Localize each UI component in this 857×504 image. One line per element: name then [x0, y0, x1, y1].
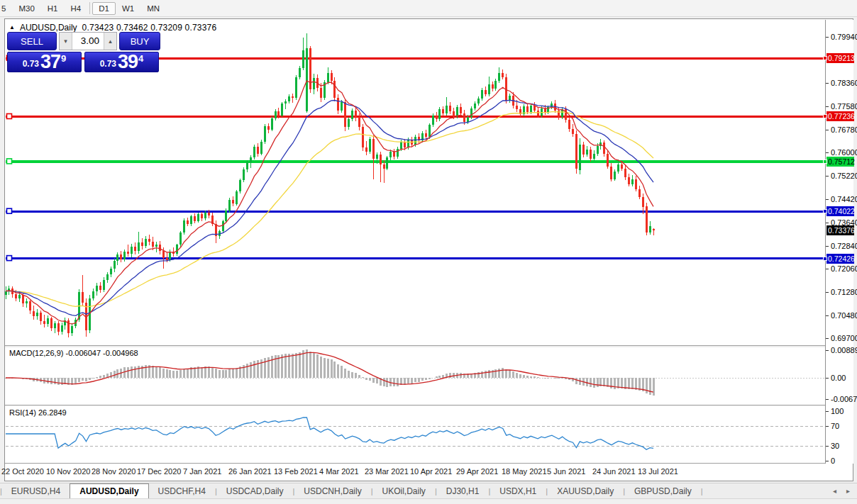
price-tick: 0.79940: [831, 33, 857, 42]
chart-tab-eurusd[interactable]: EURUSD,H4: [2, 483, 70, 498]
one-click-trading-panel: SELL ▾ 3.00 ▴ BUY 0.73 37 9 0.73 39 4: [7, 32, 160, 72]
volume-spinner: ▾ 3.00 ▴: [59, 32, 117, 50]
date-label: 29 Apr 2021: [456, 467, 498, 476]
collapse-triangle-icon[interactable]: ▲: [9, 24, 15, 31]
buy-price-display[interactable]: 0.73 39 4: [84, 52, 159, 72]
sell-price-pip-digit: 9: [61, 53, 66, 64]
volume-increase-button[interactable]: ▴: [104, 33, 116, 50]
mt4-window: 5M30H1H4D1W1MN ▲ AUDUSD,Daily 0.73423 0.…: [0, 0, 857, 504]
rsi-label: RSI(14) 26.2849: [9, 408, 67, 417]
level-marker-icon: [823, 114, 827, 118]
price-tick: 0.74420: [831, 195, 857, 204]
rsi-tick: 100: [831, 407, 844, 416]
date-label: 10 Apr 2021: [410, 467, 452, 476]
price-tick: 0.72060: [831, 264, 857, 274]
price-tick: 0.76780: [831, 125, 857, 135]
price-tick: 0.78360: [831, 79, 857, 88]
date-label: 13 Feb 2021: [274, 467, 318, 476]
level-marker-icon: [823, 56, 827, 60]
price-tick: 0.69700: [831, 334, 857, 343]
macd-label: MACD(12,26,9) -0.006047 -0.004968: [9, 349, 138, 357]
macd-tick: -0.006758: [831, 395, 857, 404]
chart-tab-usdchf[interactable]: USDCHF,H4: [149, 483, 215, 498]
price-tick: 0.71280: [831, 288, 857, 297]
date-label: 10 Nov 2020: [46, 467, 90, 476]
buy-button[interactable]: BUY: [119, 32, 160, 50]
timeframe-button-h4[interactable]: H4: [64, 2, 87, 15]
level-marker-icon: [823, 209, 827, 213]
timeframe-button-h1[interactable]: H1: [41, 2, 65, 15]
chart-title-row: ▲ AUDUSD,Daily 0.73423 0.73462 0.73209 0…: [9, 22, 216, 33]
chart-tab-gbpusd[interactable]: GBPUSD,Daily: [625, 483, 701, 498]
chart-tab-usdcad[interactable]: USDCAD,Daily: [217, 483, 293, 498]
tab-scroll-right-icon[interactable]: ▸: [846, 487, 850, 495]
level-marker-icon: [823, 257, 827, 261]
sell-button[interactable]: SELL: [7, 32, 57, 50]
toolbar-separator: [89, 2, 90, 14]
date-label: 26 Jan 2021: [228, 467, 272, 476]
date-axis[interactable]: 22 Oct 202010 Nov 202028 Nov 202017 Dec …: [5, 464, 825, 480]
tab-separator: |: [701, 487, 703, 495]
chart-tab-usdx[interactable]: USDX,H1: [490, 483, 546, 498]
level-price-badge: 0.74022: [826, 206, 854, 216]
date-label: 22 Oct 2020: [1, 467, 44, 476]
chart-tabs-bar: |EURUSD,H4AUDUSD,DailyUSDCHF,H4|USDCAD,D…: [0, 483, 857, 499]
tab-scroll-arrows: ◂▸: [833, 483, 857, 498]
rsi-tick: 30: [831, 442, 839, 451]
date-label: 28 Nov 2020: [92, 467, 136, 476]
buy-price-pip-digit: 4: [138, 53, 143, 64]
chart-tab-dj30[interactable]: DJ30,H1: [437, 483, 489, 498]
timeframe-button-5[interactable]: 5: [0, 2, 12, 15]
tab-scroll-left-icon[interactable]: ◂: [833, 487, 836, 495]
rsi-tick: 0: [831, 457, 835, 466]
level-price-badge: 0.75712: [826, 157, 854, 167]
level-price-badge: 0.79213: [826, 53, 854, 63]
date-label: 18 May 2021: [502, 467, 547, 476]
timeframe-button-mn[interactable]: MN: [140, 2, 166, 15]
date-label: 4 Mar 2021: [319, 467, 359, 476]
macd-tick: 0.00: [831, 374, 846, 383]
date-label: 23 Mar 2021: [365, 467, 409, 476]
date-label: 17 Dec 2020: [137, 467, 181, 476]
level-price-badge: 0.77236: [826, 111, 854, 121]
rsi-tick: 70: [831, 422, 839, 431]
macd-tick: 0.008892: [831, 346, 857, 355]
chart-tab-xauusd[interactable]: XAUUSD,Daily: [548, 483, 623, 498]
price-tick: 0.77580: [831, 102, 857, 111]
volume-input[interactable]: 3.00: [72, 33, 104, 50]
level-marker-icon: [823, 159, 827, 164]
date-label: 24 Jun 2021: [592, 467, 636, 476]
chart-tab-ukoil[interactable]: UKOil,Daily: [373, 483, 435, 498]
timeframe-button-w1[interactable]: W1: [116, 2, 140, 15]
chart-symbol-period: AUDUSD,Daily: [20, 23, 77, 33]
chart-svg: [5, 20, 825, 464]
timeframe-button-d1[interactable]: D1: [92, 2, 116, 15]
chart-ohlc-values: 0.73423 0.73462 0.73209 0.73376: [82, 23, 217, 33]
timeframe-toolbar: 5M30H1H4D1W1MN: [0, 0, 857, 17]
buy-price-big-digits: 39: [118, 52, 138, 72]
current-price-badge: 0.73376: [826, 225, 854, 235]
date-label: 13 Jul 2021: [638, 467, 678, 476]
sell-price-display[interactable]: 0.73 37 9: [7, 52, 82, 72]
volume-decrease-button[interactable]: ▾: [60, 33, 72, 50]
price-tick: 0.70480: [831, 311, 857, 320]
price-tick: 0.75220: [831, 172, 857, 181]
chart-tab-audusd[interactable]: AUDUSD,Daily: [70, 483, 148, 498]
sell-price-prefix: 0.73: [23, 59, 39, 69]
price-tick: 0.72840: [831, 242, 857, 251]
date-label: 5 Jun 2021: [547, 467, 585, 476]
price-chart-canvas[interactable]: [5, 20, 825, 464]
level-price-badge: 0.72426: [826, 254, 854, 264]
timeframe-button-m30[interactable]: M30: [12, 2, 40, 15]
chart-tab-usdcnh[interactable]: USDCNH,Daily: [294, 483, 370, 498]
buy-price-prefix: 0.73: [100, 59, 116, 69]
sell-price-big-digits: 37: [40, 52, 60, 72]
date-label: 7 Jan 2021: [183, 467, 221, 476]
price-axis[interactable]: 0.799400.783600.775800.767800.760000.752…: [825, 20, 853, 464]
